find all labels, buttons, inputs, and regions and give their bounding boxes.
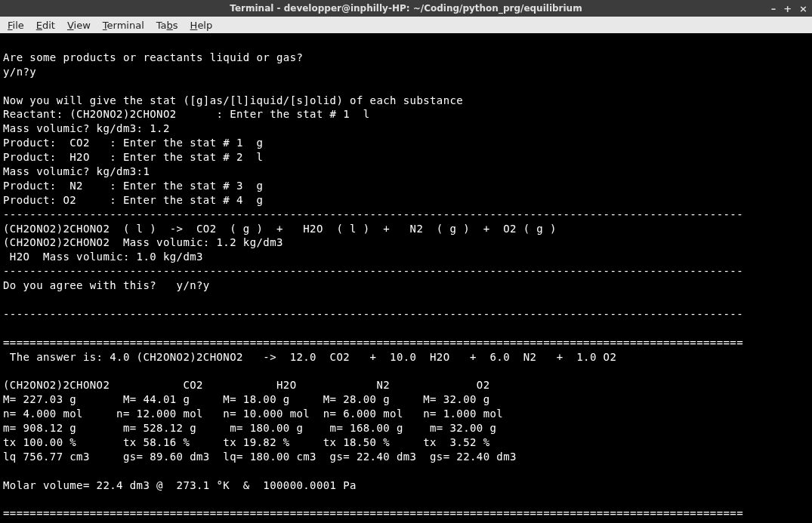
terminal-line: lq 756.77 cm3 gs= 89.60 dm3 lq= 180.00 c… [3,451,517,463]
terminal-line: Now you will give the stat ([g]as/[l]iqu… [3,94,463,106]
terminal-line: H2O Mass volumic: 1.0 kg/dm3 [3,251,203,263]
terminal-line: Mass volumic? kg/dm3:1 [3,165,150,177]
menu-terminal[interactable]: Terminal [103,20,144,31]
terminal-line: ----------------------------------------… [3,308,743,320]
menu-help[interactable]: Help [190,20,213,31]
terminal-line: Product: H2O : Enter the stat # 2 l [3,151,263,163]
terminal-line: m= 908.12 g m= 528.12 g m= 180.00 g m= 1… [3,422,496,434]
terminal-line: tx 100.00 % tx 58.16 % tx 19.82 % tx 18.… [3,436,490,448]
terminal-line: n= 4.000 mol n= 12.000 mol n= 10.000 mol… [3,408,503,420]
terminal-line: ----------------------------------------… [3,265,743,277]
window-minimize-button[interactable]: – [771,3,776,14]
terminal-line: The answer is: 4.0 (CH2ONO2)2CHONO2 -> 1… [3,351,616,363]
terminal-line: Product: CO2 : Enter the stat # 1 g [3,137,263,149]
terminal-line: (CH2ONO2)2CHONO2 ( l ) -> CO2 ( g ) + H2… [3,223,557,235]
terminal-line: ========================================… [3,337,743,349]
menu-tabs[interactable]: Tabs [156,20,178,31]
terminal-line: Product: O2 : Enter the stat # 4 g [3,194,263,206]
terminal-line: y/n?y [3,66,36,78]
terminal-line: Do you agree with this? y/n?y [3,279,210,291]
terminal-line: (CH2ONO2)2CHONO2 Mass volumic: 1.2 kg/dm… [3,236,283,248]
terminal-line: ----------------------------------------… [3,208,743,220]
terminal-line: ========================================… [3,507,743,519]
terminal-line: (CH2ONO2)2CHONO2 CO2 H2O N2 O2 [3,379,490,391]
menu-edit[interactable]: Edit [36,20,55,31]
terminal-line: Are some products or reactants liquid or… [3,51,303,63]
window-close-button[interactable]: × [799,3,807,14]
terminal-output[interactable]: Are some products or reactants liquid or… [0,33,812,523]
terminal-line: M= 227.03 g M= 44.01 g M= 18.00 g M= 28.… [3,393,490,405]
window-titlebar: Terminal - developper@inphilly-HP: ~/Cod… [0,0,812,17]
menubar: File Edit View Terminal Tabs Help [0,17,812,33]
menu-view[interactable]: View [67,20,91,31]
window-controls: – + × [771,0,807,17]
terminal-line: Mass volumic? kg/dm3: 1.2 [3,122,170,134]
menu-file[interactable]: File [8,20,24,31]
window-maximize-button[interactable]: + [783,3,792,14]
window-title: Terminal - developper@inphilly-HP: ~/Cod… [230,3,582,14]
terminal-line: Molar volume= 22.4 dm3 @ 273.1 °K & 1000… [3,479,357,491]
terminal-line: Product: N2 : Enter the stat # 3 g [3,180,263,192]
terminal-line: Reactant: (CH2ONO2)2CHONO2 : Enter the s… [3,108,370,120]
